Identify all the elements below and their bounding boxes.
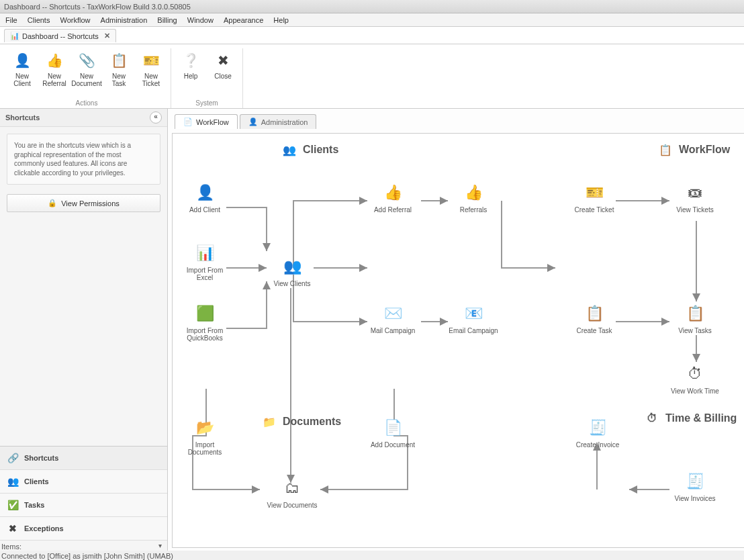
close-button[interactable]: ✖Close — [207, 48, 238, 81]
main-area: 📄WorkFlow 👤Administration — [168, 109, 744, 551]
workflow-canvas: 👥Clients 📋WorkFlow 📁Documents ⏱Time & Bi… — [172, 133, 744, 548]
node-view-work-time[interactable]: ⏱View Work Time — [669, 362, 720, 395]
node-email-campaign[interactable]: 📧Email Campaign — [448, 301, 499, 334]
add-client-icon: 👤 — [193, 181, 217, 205]
paperclip-icon: 📎 — [76, 50, 97, 71]
clock-section-icon: ⏱ — [643, 409, 661, 428]
node-import-excel[interactable]: 📊Import From Excel — [179, 241, 230, 281]
node-import-documents[interactable]: 📂Import Documents — [179, 416, 230, 456]
new-client-button[interactable]: 👤New Client — [7, 48, 38, 89]
sidebar-item-exceptions[interactable]: ✖Exceptions — [0, 517, 167, 541]
tab-icon: 📊 — [10, 32, 19, 40]
document-tab-bar: 📊 Dashboard -- Shortcuts ✕ — [0, 27, 744, 44]
node-create-task[interactable]: 📋Create Task — [569, 301, 620, 334]
referrals-icon: 👍 — [461, 181, 485, 205]
section-timebilling: ⏱Time & Billing — [643, 409, 737, 428]
node-import-quickbooks[interactable]: 🟩Import From QuickBooks — [179, 301, 230, 342]
documents-section-icon: 📁 — [260, 412, 279, 431]
create-task-icon: 📋 — [582, 301, 606, 326]
menu-billing[interactable]: Billing — [153, 16, 181, 24]
view-permissions-button[interactable]: 🔒 View Permissions — [7, 194, 160, 212]
add-referral-icon: 👍 — [381, 181, 405, 205]
tasks-icon: ✅ — [7, 499, 19, 511]
help-button[interactable]: ❔Help — [175, 48, 206, 81]
menu-window[interactable]: Window — [183, 16, 218, 24]
menu-bar: File Clients Workflow Administration Bil… — [0, 13, 744, 27]
create-ticket-icon: 🎫 — [582, 181, 606, 205]
tab-administration[interactable]: 👤Administration — [240, 114, 317, 129]
clients-section-icon: 👥 — [280, 140, 299, 159]
section-documents: 📁Documents — [260, 412, 341, 431]
sidebar-title: Shortcuts — [5, 113, 40, 122]
import-documents-icon: 📂 — [193, 416, 217, 440]
section-clients: 👥Clients — [280, 140, 338, 159]
node-view-invoices[interactable]: 🧾View Invoices — [669, 469, 720, 502]
new-document-button[interactable]: 📎New Document — [71, 48, 102, 89]
sidebar-item-shortcuts[interactable]: 🔗Shortcuts — [0, 447, 167, 470]
status-items: Items: — [1, 543, 21, 551]
admin-tab-icon: 👤 — [248, 118, 258, 126]
thumbs-up-icon: 👍 — [44, 50, 65, 71]
add-document-icon: 📄 — [381, 416, 405, 440]
mail-icon: ✉️ — [381, 301, 405, 326]
exceptions-icon: ✖ — [7, 522, 19, 534]
inner-tabs: 📄WorkFlow 👤Administration — [168, 109, 744, 129]
node-mail-campaign[interactable]: ✉️Mail Campaign — [367, 301, 418, 334]
clients-icon: 👥 — [7, 475, 19, 487]
new-referral-button[interactable]: 👍New Referral — [39, 48, 70, 89]
workflow-section-icon: 📋 — [656, 140, 675, 159]
sidebar-nav: 🔗Shortcuts 👥Clients ✅Tasks ✖Exceptions ▾ — [0, 446, 167, 551]
section-workflow: 📋WorkFlow — [656, 140, 730, 159]
collapse-button[interactable]: « — [150, 111, 162, 124]
workflow-tab-icon: 📄 — [183, 118, 193, 126]
create-invoice-icon: 🧾 — [586, 416, 610, 440]
sidebar-description: You are in the shortcuts view which is a… — [7, 134, 160, 185]
group-label-system: System — [195, 99, 218, 107]
new-task-button[interactable]: 📋New Task — [103, 48, 134, 89]
ribbon-group-system: ❔Help ✖Close System — [171, 48, 243, 108]
sidebar-header: Shortcuts « — [0, 109, 167, 127]
node-view-tickets[interactable]: 🎟View Tickets — [669, 181, 720, 214]
node-create-invoice[interactable]: 🧾Create Invoice — [572, 416, 623, 449]
new-ticket-button[interactable]: 🎫New Ticket — [136, 48, 167, 89]
excel-icon: 📊 — [193, 241, 217, 265]
sidebar: Shortcuts « You are in the shortcuts vie… — [0, 109, 168, 551]
help-icon: ❔ — [180, 50, 201, 71]
node-add-document[interactable]: 📄Add Document — [367, 416, 418, 449]
menu-administration[interactable]: Administration — [97, 16, 152, 24]
node-view-documents[interactable]: 🗂View Documents — [267, 476, 318, 509]
clock-icon: ⏱ — [683, 362, 707, 386]
menu-workflow[interactable]: Workflow — [56, 16, 94, 24]
close-icon[interactable]: ✕ — [104, 32, 110, 40]
ribbon-group-actions: 👤New Client 👍New Referral 📎New Document … — [3, 48, 171, 108]
node-referrals[interactable]: 👍Referrals — [448, 181, 499, 214]
view-invoices-icon: 🧾 — [683, 469, 707, 494]
status-connected: Connected to [Office] as jsmith [John Sm… — [1, 552, 173, 560]
email-icon: 📧 — [461, 301, 485, 326]
view-clients-icon: 👥 — [280, 254, 304, 279]
sidebar-item-clients[interactable]: 👥Clients — [0, 470, 167, 494]
view-tasks-icon: 📋 — [683, 301, 707, 326]
quickbooks-icon: 🟩 — [193, 301, 217, 326]
menu-clients[interactable]: Clients — [24, 16, 54, 24]
node-view-tasks[interactable]: 📋View Tasks — [669, 301, 720, 334]
sidebar-more-icon[interactable]: ▾ — [0, 541, 167, 551]
tab-label: Dashboard -- Shortcuts — [22, 32, 99, 40]
node-add-client[interactable]: 👤Add Client — [179, 181, 230, 214]
person-add-icon: 👤 — [11, 50, 33, 71]
node-view-clients[interactable]: 👥View Clients — [267, 254, 318, 287]
tab-workflow[interactable]: 📄WorkFlow — [175, 114, 238, 129]
title-bar: Dashboard -- Shortcuts - TaxWorkFlow Bui… — [0, 0, 744, 13]
node-create-ticket[interactable]: 🎫Create Ticket — [569, 181, 620, 214]
document-tab-shortcuts[interactable]: 📊 Dashboard -- Shortcuts ✕ — [4, 29, 116, 42]
task-icon: 📋 — [108, 50, 130, 71]
menu-file[interactable]: File — [1, 16, 21, 24]
lock-icon: 🔒 — [48, 199, 57, 207]
view-tickets-icon: 🎟 — [683, 181, 707, 205]
menu-appearance[interactable]: Appearance — [220, 16, 267, 24]
group-label-actions: Actions — [76, 99, 98, 107]
node-add-referral[interactable]: 👍Add Referral — [367, 181, 418, 214]
menu-help[interactable]: Help — [269, 16, 293, 24]
sidebar-item-tasks[interactable]: ✅Tasks — [0, 494, 167, 517]
ticket-icon: 🎫 — [140, 50, 162, 71]
